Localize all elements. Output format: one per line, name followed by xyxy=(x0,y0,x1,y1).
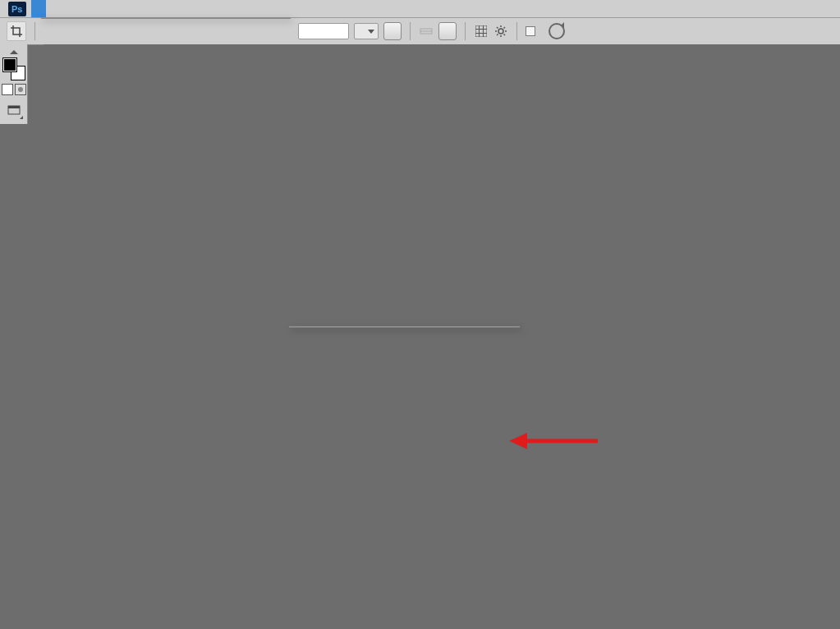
svg-line-15 xyxy=(504,34,506,36)
separator xyxy=(34,22,35,40)
gear-icon[interactable] xyxy=(493,24,508,39)
canvas-area[interactable] xyxy=(44,44,840,629)
menubar: Ps xyxy=(0,0,840,18)
units-select[interactable] xyxy=(354,23,379,39)
delete-cropped-checkbox[interactable] xyxy=(526,26,535,36)
menu-view[interactable] xyxy=(149,0,164,17)
reset-icon[interactable] xyxy=(549,23,565,39)
svg-line-14 xyxy=(497,27,498,29)
straighten-button[interactable] xyxy=(438,22,457,40)
svg-rect-4 xyxy=(475,25,487,37)
menu-layers[interactable] xyxy=(76,0,90,17)
foreground-swatch[interactable] xyxy=(2,57,17,72)
automation-submenu xyxy=(289,326,520,328)
standard-mode[interactable] xyxy=(2,84,13,95)
grid-icon[interactable] xyxy=(474,24,489,39)
options-bar xyxy=(0,18,840,45)
straighten-icon xyxy=(419,24,434,39)
file-menu-dropdown xyxy=(41,17,291,19)
menu-select[interactable] xyxy=(105,0,120,17)
app-logo: Ps xyxy=(3,0,31,17)
screenmode-button[interactable] xyxy=(2,100,25,121)
width-field[interactable] xyxy=(298,23,349,39)
separator xyxy=(410,22,411,40)
toolbox-collapse[interactable] xyxy=(0,48,27,56)
toolbox xyxy=(0,44,28,124)
menu-help[interactable] xyxy=(179,0,194,17)
chevron-down-icon xyxy=(368,30,374,34)
color-swatches[interactable] xyxy=(2,57,25,80)
menu-edit[interactable] xyxy=(46,0,61,17)
svg-rect-19 xyxy=(8,106,20,108)
svg-text:Ps: Ps xyxy=(11,4,22,14)
svg-point-9 xyxy=(498,29,503,34)
menu-window[interactable] xyxy=(164,0,179,17)
svg-line-17 xyxy=(497,34,498,36)
separator xyxy=(465,22,466,40)
menu-3d[interactable] xyxy=(135,0,149,17)
menu-image[interactable] xyxy=(61,0,76,17)
clear-button[interactable] xyxy=(383,22,402,40)
menu-filter[interactable] xyxy=(120,0,135,17)
svg-line-16 xyxy=(504,27,506,29)
quickmask-mode[interactable] xyxy=(15,84,26,95)
tool-preset-button[interactable] xyxy=(7,21,26,41)
separator xyxy=(516,22,517,40)
menu-file[interactable] xyxy=(31,0,46,17)
menu-text[interactable] xyxy=(90,0,105,17)
